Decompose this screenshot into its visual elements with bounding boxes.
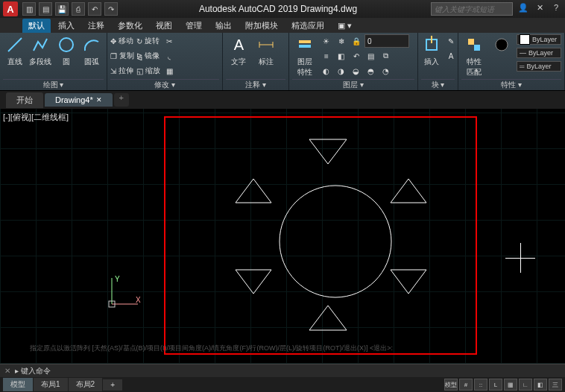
qat-new-icon[interactable]: ▥ [22,2,36,16]
status-customize-icon[interactable]: 三 [549,379,562,391]
tab-view[interactable]: 视图 [150,19,178,33]
layer-prev-icon[interactable]: ↶ [350,49,363,63]
linetype-dropdown[interactable]: ═ByLayer [517,61,561,72]
layer-icon-4[interactable]: ◓ [364,64,378,78]
mirror-button[interactable]: ⧎镜像 [136,49,160,63]
line-button[interactable]: 直线 [3,34,27,67]
trim-icon[interactable]: ✂ [162,34,176,48]
panel-modify-title[interactable]: 修改 ▾ [110,79,219,90]
lineweight-dropdown[interactable]: —ByLayer [517,48,561,58]
layer-off-icon[interactable]: ☀ [320,34,333,48]
svg-marker-19 [309,306,347,330]
layer-icon-1[interactable]: ◐ [320,64,333,78]
tab-annotate[interactable]: 注释 [82,19,110,33]
app-logo[interactable]: A [3,1,18,16]
help-search-input[interactable] [431,2,513,16]
tab-addins[interactable]: 附加模块 [239,19,284,33]
exchange-icon[interactable]: ✕ [534,3,546,15]
status-polar-icon[interactable]: ▦ [504,379,517,391]
layer-iso-icon[interactable]: ◧ [335,49,348,63]
dimension-button[interactable]: 标注 [253,34,279,67]
panel-annotate-title[interactable]: 注释 ▾ [226,79,285,90]
circle-button[interactable]: 圆 [54,34,78,67]
polyline-button[interactable]: 多段线 [29,34,53,67]
command-line[interactable]: ✕ ▸ 键入命令 [0,364,565,377]
fillet-icon[interactable]: ◟ [162,49,176,63]
status-lwt-icon[interactable]: ◧ [534,379,547,391]
status-grid-icon[interactable]: # [459,379,473,391]
layout-tab-model[interactable]: 模型 [3,378,33,391]
viewport-label[interactable]: [-][俯视][二维线框] [3,112,69,123]
svg-rect-6 [299,45,311,48]
tab-overflow-icon[interactable]: ▣ ▾ [332,19,358,32]
qat-saveas-icon[interactable]: ⎙ [72,2,85,16]
rotate-button[interactable]: ↻旋转 [136,34,160,48]
panel-modify: ✥移动 ❐复制 ⇲拉伸 ↻旋转 ⧎镜像 ◱缩放 ✂ ◟ ▦ 修改 ▾ [107,33,223,90]
doctab-drawing4[interactable]: Drawing4* ✕ [45,93,113,107]
layer-state-icon[interactable]: ▤ [364,49,378,63]
text-button[interactable]: A 文字 [226,34,251,67]
triangle-lower-left [233,267,274,297]
status-model[interactable]: 模型 [444,379,458,391]
layer-match-icon[interactable]: ≡ [320,49,333,63]
ucs-icon[interactable]: Y X [104,274,142,312]
qat-undo-icon[interactable]: ↶ [88,2,101,16]
arc-icon [81,34,102,55]
array-icon[interactable]: ▦ [162,64,176,78]
qat-open-icon[interactable]: ▤ [39,2,52,16]
drawing-canvas[interactable]: [-][俯视][二维线框] Y X 指定原点以激活阵列 [天然(AS)/基点(B… [0,109,565,364]
current-layer-dropdown[interactable]: 0 [364,34,409,48]
tab-manage[interactable]: 管理 [180,19,208,33]
tab-featured[interactable]: 精选应用 [285,19,330,33]
block-edit-icon[interactable]: ✎ [444,34,458,48]
tab-insert[interactable]: 插入 [52,19,81,33]
status-toggles: 模型 # :: L ▦ ∟ ◧ 三 [444,379,562,391]
layer-freeze-icon[interactable]: ❄ [335,34,348,48]
stretch-button[interactable]: ⇲拉伸 [110,64,134,78]
tab-default[interactable]: 默认 [22,19,51,33]
match-properties-button[interactable]: 特性 匹配 [461,34,487,78]
layer-icon-2[interactable]: ◑ [335,64,348,78]
rotate-icon: ↻ [136,37,142,45]
qat-redo-icon[interactable]: ↷ [104,2,118,16]
qat-save-icon[interactable]: 💾 [55,2,69,16]
panel-layers-title[interactable]: 图层 ▾ [292,79,414,90]
arc-button[interactable]: 圆弧 [81,34,104,67]
layer-merge-icon[interactable]: ⧉ [379,49,393,63]
command-close-icon[interactable]: ✕ [4,367,10,375]
layer-icon-3[interactable]: ◒ [350,64,363,78]
close-tab-icon[interactable]: ✕ [96,96,102,104]
layer-lock-icon[interactable]: 🔒 [350,34,363,48]
doctab-start[interactable]: 开始 [6,92,43,108]
layout-tab-1[interactable]: 布局1 [34,378,68,391]
layer-properties-button[interactable]: 图层 特性 [292,34,318,78]
layout-tab-add[interactable]: + [103,379,122,391]
layout-tab-2[interactable]: 布局2 [69,378,103,391]
tab-parametric[interactable]: 参数化 [112,19,148,33]
scale-icon: ◱ [136,67,143,75]
color-swatch [520,34,530,45]
status-osnap-icon[interactable]: ∟ [519,379,532,391]
insert-block-button[interactable]: 插入 [421,34,442,67]
panel-properties-title[interactable]: 特性 ▾ [461,79,561,90]
status-snap-icon[interactable]: :: [474,379,487,391]
layer-icon-5[interactable]: ◔ [379,64,393,78]
status-ortho-icon[interactable]: L [489,379,502,391]
color-button[interactable] [489,34,514,55]
signin-icon[interactable]: 👤 [517,3,529,15]
svg-rect-9 [468,39,474,45]
svg-marker-15 [236,179,271,203]
block-attr-icon[interactable]: A [444,49,458,63]
new-tab-button[interactable]: + [114,93,129,107]
panel-annotate: A 文字 标注 注释 ▾ [223,33,289,90]
tab-output[interactable]: 输出 [209,19,238,33]
help-icon[interactable]: ? [550,3,562,15]
document-tabs: 开始 Drawing4* ✕ + [0,91,565,109]
panel-block-title[interactable]: 块 ▾ [421,79,455,90]
panel-draw-title[interactable]: 绘图 ▾ [3,79,104,90]
color-dropdown[interactable]: ByLayer [517,34,561,45]
copy-button[interactable]: ❐复制 [110,49,134,63]
color-wheel-icon [491,34,512,55]
scale-button[interactable]: ◱缩放 [136,64,160,78]
move-button[interactable]: ✥移动 [110,34,134,48]
